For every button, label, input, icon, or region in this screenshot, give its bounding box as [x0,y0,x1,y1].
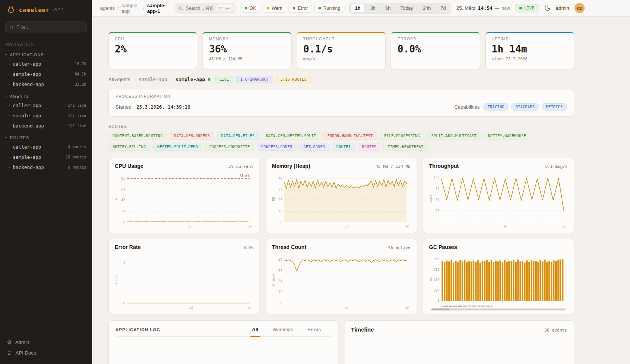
svg-text:25: 25 [278,198,282,202]
sidebar-item-label: backend-app [13,81,44,87]
route-chip-data-gen-files[interactable]: DATA-GEN-FILES [217,132,259,140]
route-chip-get-order[interactable]: GET-ORDER [300,143,329,151]
svg-text:12: 12 [503,224,507,228]
sidebar-item-agents-caller-app[interactable]: ▸caller-app1/1 live [0,100,92,111]
route-chip-timer-heartbeat[interactable]: TIMER-HEARTBEAT [383,143,428,151]
sidebar-item-badge: 1/1 live [68,103,86,108]
log-tab-warnings[interactable]: Warnings [271,327,295,337]
sidebar-section-applications[interactable]: ▾APPLICATIONS [0,48,92,59]
chevron-down-icon: ▾ [5,53,7,57]
route-chip-notify-billing[interactable]: NOTIFY-BILLING [108,143,150,151]
avatar[interactable]: AD [574,3,585,13]
sidebar-item-applications-backend-app[interactable]: ▸backend-app32.2k [0,79,92,89]
section-label: AGENTS [10,94,29,98]
stat-label: UPTIME [492,37,568,41]
sidebar-filter[interactable] [5,22,87,32]
route-chip-content-based-routing[interactable]: CONTENT-BASED-ROUTING [108,132,167,140]
sidebar-item-applications-sample-app[interactable]: ▸sample-app84.1k [0,69,92,79]
sidebar-item-label: caller-app [13,61,41,67]
svg-text:102: 102 [434,176,440,180]
chart-title: Error Rate [115,244,141,250]
log-tab-errors[interactable]: Errors [306,327,322,337]
sidebar-footer: ⚙AdminAPI Docs [0,335,92,364]
dashboard-content: CPU 2% MEMORY 36% 45 MB / 124 MB THROUGH… [92,17,630,364]
sidebar-item-routes-caller-app[interactable]: ▸caller-app4 routes [0,142,92,152]
status-filter-error[interactable]: Error [289,4,312,13]
status-dot [245,7,247,9]
breadcrumb-item-agents[interactable]: agents [100,5,115,11]
header-right-cluster: LIVE admin AD [515,3,585,13]
stat-value: 36% [209,43,285,55]
svg-text:23: 23 [248,306,252,309]
application-log-card: APPLICATION LOG AllWarningsErrors [108,320,339,364]
route-chip-list: CONTENT-BASED-ROUTINGDATA-GEN-ORDERSDATA… [108,132,574,151]
route-chip-route2[interactable]: ROUTE2 [358,143,380,151]
sidebar-footer-admin[interactable]: ⚙Admin [7,339,85,345]
navigation-label: NAVIGATION [0,32,92,48]
route-chip-process-composite[interactable]: PROCESS-COMPOSITE [205,143,254,151]
timeline-events-count: 50 events [544,328,567,333]
sidebar-section-routes[interactable]: ▾ROUTES [0,131,92,142]
chart-title: Thread Count [272,244,306,250]
crumb-separator: · [134,77,135,82]
chart-plot: 4937251203059MB [272,172,411,230]
status-filter-label: Running [323,6,340,11]
time-range-7d[interactable]: 7d [436,4,450,13]
sidebar-item-routes-backend-app[interactable]: ▸backend-app6 routes [0,162,92,172]
charts-grid: CPU Usage 2% current 8564432103059%Alert… [108,158,574,314]
dark-mode-toggle[interactable] [544,5,551,11]
agent-crumb-all-agents[interactable]: All Agents [108,77,130,82]
route-chip-process-order[interactable]: PROCESS-ORDER [257,143,296,151]
svg-text:23: 23 [562,224,566,228]
sidebar-item-applications-caller-app[interactable]: ▸caller-app10.7k [0,59,92,69]
stat-label: ERRORS [397,37,473,41]
sidebar-item-agents-sample-app[interactable]: ▸sample-app1/1 live [0,111,92,121]
time-range-6h[interactable]: 6h [381,4,395,13]
status-dot [267,7,269,9]
breadcrumb-item-sample-app-1[interactable]: sample-app-1 [147,3,170,14]
chart-card-thread-count: Thread Count 46 active 4735241203059thre… [266,239,417,314]
route-chip-data-gen-nested-split[interactable]: DATA-GEN-NESTED-SPLIT [262,132,320,140]
route-chip-split-and-multicast[interactable]: SPLIT-AND-MULTICAST [427,132,481,140]
global-search[interactable]: Search... ⌘K Ctrl+K [175,3,236,14]
svg-text:47: 47 [278,258,282,261]
breadcrumb-item-sample-app[interactable]: sample-app [122,3,141,14]
log-tab-all[interactable]: All [250,327,260,337]
sidebar-item-routes-sample-app[interactable]: ▸sample-app16 routes [0,152,92,162]
agent-crumb-sample-app[interactable]: sample-app [139,77,167,82]
status-filter-label: Error [298,6,308,11]
route-chip-nested-split-demo[interactable]: NESTED-SPLIT-DEMO [153,143,202,151]
status-filter-ok[interactable]: OK [241,4,260,13]
stat-card-uptime: UPTIME 1h 14m since 25.3.2026 [485,32,574,69]
time-range-today[interactable]: Today [396,4,417,13]
time-range-1h[interactable]: 1h [351,4,365,13]
filter-input[interactable] [17,25,83,30]
chevron-right-icon: ▸ [8,72,10,76]
time-range-3h[interactable]: 3h [366,4,380,13]
stat-card-cpu: CPU 2% [108,32,197,69]
breadcrumb-separator: / [143,5,145,11]
route-chip-data-gen-orders[interactable]: DATA-GEN-ORDERS [170,132,214,140]
status-filter-warn[interactable]: Warn [262,4,286,13]
status-filter-running[interactable]: Running [314,4,344,13]
chart-card-cpu-usage: CPU Usage 2% current 8564432103059%Alert [108,158,260,233]
svg-text:77: 77 [435,187,439,191]
route-chip-route1[interactable]: ROUTE1 [332,143,355,151]
svg-text:30: 30 [344,306,348,309]
route-chip-error-handling-test[interactable]: ERROR-HANDLING-TEST [323,132,377,140]
capability-badge-metrics: METRICS [542,103,567,111]
sidebar-item-badge: 16 routes [66,155,86,159]
chart-card-gc-pauses: GC Pauses 8156114082040ms20:0620:0720:08… [423,239,574,314]
live-indicator[interactable]: LIVE [515,4,539,12]
time-range-24h[interactable]: 24h [418,4,435,13]
chevron-right-icon: ▸ [8,124,10,127]
agent-badges: LIVE1.0-SNAPSHOT3/16 ROUTES [215,76,311,83]
route-chip-file-processing[interactable]: FILE-PROCESSING [380,132,424,140]
live-label: LIVE [524,6,534,11]
time-window-label[interactable]: 25. März 14:54 — now [456,5,510,11]
sidebar-section-agents[interactable]: ▾AGENTS [0,89,92,100]
sidebar-item-agents-backend-app[interactable]: ▸backend-app1/1 live [0,121,92,131]
sidebar-footer-api-docs[interactable]: API Docs [7,350,85,356]
agent-crumb-current[interactable]: sample-app [176,77,210,82]
route-chip-notify-warehouse[interactable]: NOTIFY-WAREHOUSE [484,132,530,140]
